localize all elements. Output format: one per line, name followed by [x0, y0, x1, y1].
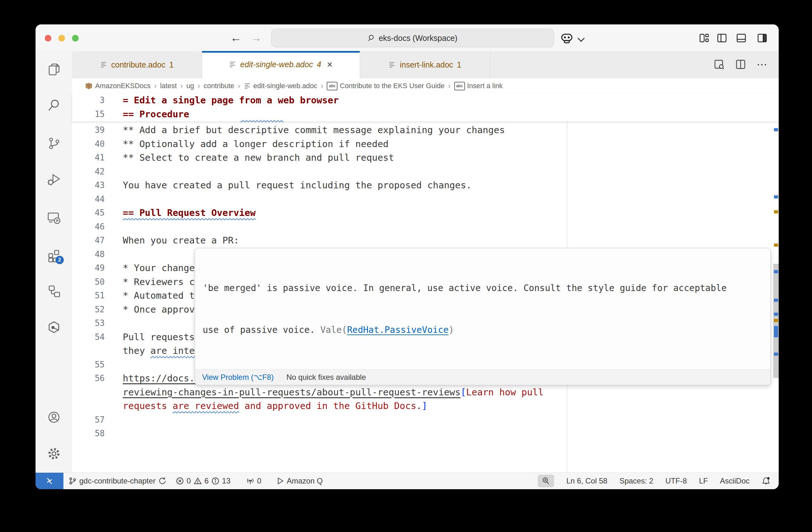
code-segment: You have created a pull request includin…: [123, 180, 472, 191]
adoc-file-icon: [229, 61, 236, 68]
history-back-button[interactable]: ←: [230, 30, 242, 45]
line-number: 40: [78, 137, 105, 151]
code-row[interactable]: 46: [72, 220, 772, 234]
close-window-button[interactable]: [45, 35, 52, 42]
tab-label: insert-link.adoc: [400, 60, 453, 70]
line-number: 3: [78, 93, 105, 107]
line-number: 58: [78, 427, 105, 441]
chevron-down-icon[interactable]: [578, 35, 585, 42]
git-branch-item[interactable]: gdc-contribute-chapter: [69, 476, 166, 485]
code-row[interactable]: 43You have created a pull request includ…: [72, 178, 772, 192]
line-number: 54: [78, 330, 105, 344]
split-editor-icon[interactable]: [735, 59, 746, 70]
ports-item[interactable]: 0: [246, 476, 261, 485]
breadcrumb-item-ug[interactable]: ug: [186, 82, 194, 90]
amazon-q-icon[interactable]: [47, 320, 61, 335]
zoom-indicator[interactable]: [538, 475, 554, 487]
account-icon[interactable]: [47, 410, 61, 425]
code-row[interactable]: 40** Optionally add a longer description…: [72, 137, 772, 151]
tab-edit-single-web.adoc[interactable]: edit-single-web.adoc4×: [202, 51, 360, 78]
cursor-position-item[interactable]: Ln 6, Col 58: [566, 476, 607, 485]
amazon-q-item[interactable]: Amazon Q: [277, 476, 322, 485]
problems-item[interactable]: 0 6 13: [176, 476, 230, 485]
code-row[interactable]: 3= Edit a single page from a web browser: [72, 93, 779, 107]
code-row[interactable]: 47When you create a PR:: [72, 234, 772, 248]
code-segment: ** Optionally add a longer description i…: [123, 138, 389, 149]
breadcrumb-item-Insert a link[interactable]: abcInsert a link: [454, 82, 503, 90]
remote-indicator[interactable]: [35, 473, 63, 489]
adoc-file-icon: [389, 61, 396, 69]
zoom-in-icon: [542, 477, 550, 485]
history-forward-button[interactable]: →: [250, 30, 262, 45]
source-control-icon[interactable]: [47, 136, 61, 151]
no-quick-fixes-label: No quick fixes available: [287, 373, 366, 382]
code-row[interactable]: reviewing-changes-in-pull-requests/about…: [72, 385, 772, 399]
code-row[interactable]: 39** Add a brief but descriptive commit …: [72, 123, 772, 137]
remote-icon: [45, 477, 54, 485]
code-row[interactable]: 57: [72, 413, 772, 427]
tab-close-icon[interactable]: ×: [327, 59, 333, 70]
open-preview-icon[interactable]: [713, 59, 725, 70]
more-actions-icon[interactable]: ⋯: [756, 58, 768, 71]
search-icon[interactable]: [47, 98, 61, 113]
breadcrumb-separator: ›: [448, 82, 451, 90]
sticky-scroll[interactable]: 3= Edit a single page from a web browser…: [72, 93, 779, 121]
view-problem-action[interactable]: View Problem (⌥F8): [202, 373, 274, 382]
editor[interactable]: 39** Add a brief but descriptive commit …: [72, 93, 779, 472]
encoding-item[interactable]: UTF-8: [665, 476, 687, 485]
breadcrumb-item-Contribute to the EKS User Guide[interactable]: abcContribute to the EKS User Guide: [327, 82, 444, 90]
settings-gear-icon[interactable]: [47, 446, 61, 461]
overview-mark: [774, 210, 778, 213]
copilot-icon[interactable]: [561, 33, 573, 44]
language-mode-item[interactable]: AsciiDoc: [720, 476, 750, 485]
code-row[interactable]: 44: [72, 192, 772, 206]
eol-item[interactable]: LF: [699, 476, 708, 485]
git-branch-icon: [69, 477, 77, 485]
extensions-icon[interactable]: 2: [47, 248, 61, 263]
toggle-panel-button[interactable]: [736, 33, 746, 43]
extensions-badge: 2: [56, 256, 64, 264]
customize-layout-button[interactable]: [699, 33, 709, 43]
code-segment: requests: [123, 400, 173, 411]
line-number: 45: [78, 206, 105, 220]
code-text: requests are reviewed and approved in th…: [123, 399, 427, 413]
line-number: 15: [78, 107, 105, 121]
code-row[interactable]: 41** Select to create a new branch and p…: [72, 151, 772, 165]
workspace-title: eks-docs (Workspace): [379, 34, 458, 43]
run-debug-icon[interactable]: [47, 172, 61, 187]
notifications-bell-icon[interactable]: [762, 476, 770, 485]
code-row[interactable]: 42: [72, 165, 772, 179]
code-row[interactable]: 45== Pull Request Overview: [72, 206, 772, 220]
code-row[interactable]: 15== Procedure: [72, 107, 779, 121]
vscode-window: ← → eks-docs (Workspace): [35, 25, 779, 489]
zoom-window-button[interactable]: [72, 35, 79, 42]
breadcrumb-item-contribute[interactable]: contribute: [204, 82, 234, 90]
explorer-icon[interactable]: [47, 62, 61, 77]
references-view-icon[interactable]: [47, 284, 61, 299]
tab-contribute.adoc[interactable]: contribute.adoc1: [72, 51, 202, 78]
breadcrumb-item-AmazonEKSDocs[interactable]: AmazonEKSDocs: [85, 82, 151, 90]
symbol-string-icon: abc: [327, 82, 337, 90]
code-segment: reviewing-changes-in-pull-requests/about…: [123, 387, 461, 398]
command-center-search[interactable]: eks-docs (Workspace): [271, 29, 554, 47]
breadcrumb-item-latest[interactable]: latest: [160, 82, 177, 90]
code-segment: * Your change: [123, 263, 195, 273]
toggle-secondary-sidebar-button[interactable]: [757, 33, 767, 43]
code-segment: == Pull Request Overview: [123, 207, 256, 218]
remote-explorer-icon[interactable]: [47, 210, 61, 225]
vale-rule-link[interactable]: RedHat.PassiveVoice: [347, 325, 449, 335]
code-segment: = Edit a single page from a web browser: [123, 95, 339, 106]
code-row[interactable]: 58: [72, 427, 772, 441]
indentation-item[interactable]: Spaces: 2: [620, 476, 653, 485]
overview-mark: [774, 319, 778, 322]
tab-insert-link.adoc[interactable]: insert-link.adoc1: [360, 51, 490, 78]
minimize-window-button[interactable]: [58, 35, 65, 42]
breadcrumb-item-edit-single-web.adoc[interactable]: edit-single-web.adoc: [244, 82, 318, 90]
warnings-icon: [193, 477, 202, 485]
search-icon: [368, 34, 376, 42]
code-text: ** Select to create a new branch and pul…: [123, 151, 394, 165]
code-row[interactable]: requests are reviewed and approved in th…: [72, 399, 772, 413]
toggle-primary-sidebar-button[interactable]: [717, 33, 727, 43]
ports-count: 0: [257, 476, 261, 485]
line-number: 41: [78, 151, 105, 165]
